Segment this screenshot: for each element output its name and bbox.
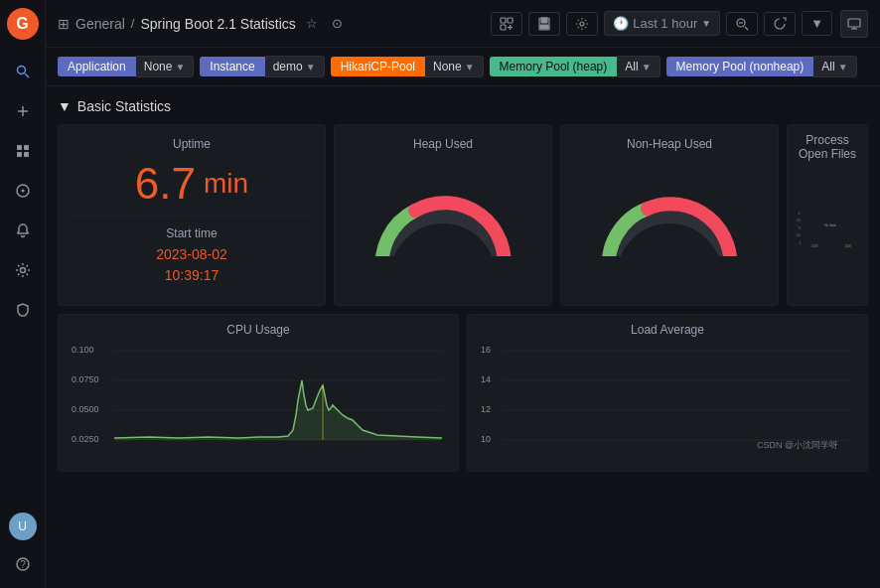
filter-hikari-label: HikariCP-Pool (331, 57, 425, 76)
sidebar-item-shield[interactable] (7, 294, 39, 326)
filter-mempool-nonheap-label: Memory Pool (nonheap) (666, 57, 814, 76)
non-heap-gauge: 3.9% (573, 159, 766, 256)
add-panel-button[interactable] (491, 12, 522, 36)
filter-mempool-heap[interactable]: Memory Pool (heap) All ▼ (490, 56, 660, 77)
filter-application-value[interactable]: None ▼ (136, 56, 195, 77)
breadcrumb-separator: / (131, 16, 135, 31)
starttime-section: Start time 2023-08-0210:39:17 (71, 216, 313, 294)
more-options-button[interactable]: ▼ (802, 11, 832, 36)
cpu-svg: 0.100 0.0750 0.0500 0.0250 (67, 341, 450, 460)
filterbar: Application None ▼ Instance demo ▼ Hikar… (46, 48, 880, 86)
svg-text:10:30: 10:30 (844, 244, 851, 248)
cpu-title: CPU Usage (67, 323, 450, 337)
heap-gauge-wrap: 2.9% (364, 167, 522, 256)
non-heap-title: Non-Heap Used (573, 137, 766, 151)
svg-text:2.9%: 2.9% (418, 251, 468, 256)
chevron-down-icon: ▼ (642, 62, 652, 73)
uptime-value: 6.7 min (71, 159, 313, 209)
heap-gauge-svg: 2.9% (364, 167, 522, 256)
svg-text:0.0500: 0.0500 (72, 404, 99, 414)
svg-text:10:00: 10:00 (811, 244, 818, 248)
settings-button[interactable] (566, 12, 598, 36)
sidebar-item-help[interactable]: ? (7, 548, 39, 580)
svg-point-10 (20, 268, 25, 273)
svg-text:0.0250: 0.0250 (72, 434, 99, 444)
sidebar-item-search[interactable] (7, 56, 39, 87)
refresh-button[interactable] (764, 12, 796, 36)
non-heap-gauge-wrap: 3.9% (590, 167, 749, 256)
chevron-down-icon: ▼ (306, 62, 316, 73)
process-files-title: Process Open Files (796, 133, 859, 161)
main-content: ⊞ General / Spring Boot 2.1 Statistics ☆… (46, 0, 880, 588)
load-title: Load Average (476, 323, 859, 337)
uptime-title: Uptime (71, 137, 313, 151)
filter-mempool-nonheap-value[interactable]: All ▼ (813, 56, 856, 77)
chevron-down-icon: ▼ (838, 62, 848, 73)
starttime-value: 2023-08-0210:39:17 (71, 244, 313, 286)
clock-icon: 🕐 (613, 16, 629, 31)
topbar: ⊞ General / Spring Boot 2.1 Statistics ☆… (46, 0, 880, 48)
svg-line-1 (25, 74, 29, 77)
filter-instance-value[interactable]: demo ▼ (265, 56, 325, 77)
svg-point-9 (21, 190, 24, 193)
stats-grid: Uptime 6.7 min Start time 2023-08-0210:3… (58, 124, 868, 306)
sidebar-item-compass[interactable] (7, 175, 39, 207)
section-title: Basic Statistics (77, 98, 171, 114)
filter-hikari-value[interactable]: None ▼ (425, 56, 484, 77)
star-icon[interactable]: ☆ (302, 12, 322, 35)
svg-rect-6 (17, 152, 22, 157)
sidebar-item-grid[interactable] (7, 135, 39, 167)
svg-point-21 (580, 22, 584, 26)
breadcrumb-current: Spring Boot 2.1 Statistics (140, 16, 295, 32)
svg-rect-25 (848, 19, 860, 27)
svg-text:CSDN @小沈同学呀: CSDN @小沈同学呀 (757, 440, 838, 450)
svg-rect-14 (508, 18, 513, 23)
filter-application[interactable]: Application None ▼ (58, 56, 194, 77)
sidebar-avatar[interactable]: U (9, 513, 37, 540)
sidebar-item-bell[interactable] (7, 215, 39, 246)
svg-text:12: 12 (481, 404, 491, 414)
filter-hikari[interactable]: HikariCP-Pool None ▼ (331, 56, 484, 77)
svg-line-23 (745, 27, 748, 30)
svg-rect-5 (24, 145, 29, 150)
breadcrumb-parent[interactable]: General (75, 16, 125, 32)
time-range-label: Last 1 hour (633, 16, 697, 31)
bottom-charts: CPU Usage 0.100 0.0750 0.0500 0.0250 (58, 314, 868, 472)
filter-instance[interactable]: Instance demo ▼ (200, 56, 324, 77)
uptime-section: Uptime 6.7 min (71, 137, 313, 216)
collapse-icon: ▼ (58, 98, 72, 114)
zoom-out-button[interactable] (726, 12, 758, 36)
uptime-unit: min (204, 168, 248, 200)
uptime-card: Uptime 6.7 min Start time 2023-08-0210:3… (58, 124, 326, 306)
svg-text:-0.5: -0.5 (796, 233, 801, 237)
svg-text:10: 10 (481, 434, 491, 444)
svg-rect-20 (540, 25, 548, 29)
heap-used-card: Heap Used 2.9% (334, 124, 552, 306)
svg-text:3.9%: 3.9% (645, 251, 694, 256)
save-button[interactable] (528, 12, 560, 36)
filter-mempool-nonheap[interactable]: Memory Pool (nonheap) All ▼ (666, 56, 857, 77)
svg-text:16: 16 (481, 345, 491, 355)
grid-icon: ⊞ (58, 16, 70, 32)
svg-text:No data: No data (824, 223, 835, 227)
filter-mempool-heap-value[interactable]: All ▼ (617, 56, 660, 77)
process-files-chart: 1 0.5 0 -0.5 -1 No data (796, 165, 859, 297)
sidebar-item-add[interactable] (7, 95, 39, 127)
share-icon[interactable]: ⊙ (328, 12, 347, 35)
sidebar-logo[interactable]: G (7, 8, 39, 40)
svg-rect-13 (501, 18, 506, 23)
cpu-usage-card: CPU Usage 0.100 0.0750 0.0500 0.0250 (58, 314, 459, 472)
svg-text:0: 0 (799, 226, 801, 230)
time-range-button[interactable]: 🕐 Last 1 hour ▼ (604, 11, 720, 36)
filter-instance-label: Instance (200, 57, 264, 76)
topbar-actions: 🕐 Last 1 hour ▼ ▼ (491, 11, 832, 36)
monitor-icon[interactable] (840, 10, 868, 38)
chevron-down-icon: ▼ (175, 62, 185, 73)
svg-rect-19 (541, 18, 547, 23)
svg-point-0 (17, 67, 25, 74)
sidebar-item-settings[interactable] (7, 254, 39, 286)
heap-title: Heap Used (347, 137, 539, 151)
process-open-files-card: Process Open Files 1 0.5 0 -0.5 -1 (787, 124, 868, 306)
sidebar: G U ? (0, 0, 46, 588)
basic-statistics-header[interactable]: ▼ Basic Statistics (58, 98, 868, 114)
